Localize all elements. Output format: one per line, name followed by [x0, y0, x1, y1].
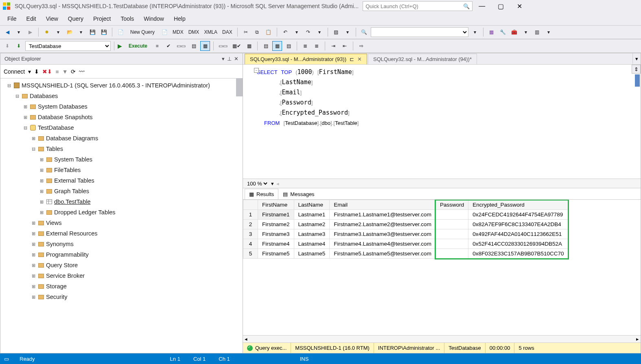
cell[interactable]: Lastname5 [294, 249, 330, 259]
cell[interactable]: Firstname1.Lastname1@testserver.com [330, 210, 436, 220]
new-item-button[interactable]: ✸ [42, 27, 52, 37]
settings-button[interactable]: 🔧 [498, 27, 508, 37]
menu-edit[interactable]: Edit [22, 14, 40, 24]
cell[interactable]: Firstname2 [258, 220, 294, 229]
expand-toggle[interactable]: ⊞ [39, 168, 44, 173]
stop-button[interactable]: ■ [152, 41, 162, 51]
tree-node-synonyms[interactable]: ⊞Synonyms [0, 239, 243, 249]
column-header-encrypted_password[interactable]: Encrypted_Password [468, 200, 568, 210]
expand-toggle[interactable]: ⊟ [6, 83, 12, 88]
outdent-button[interactable]: ⇤ [340, 41, 350, 51]
dax-button[interactable]: DAX [221, 27, 234, 37]
pane-pin-button[interactable]: ⊥ [227, 56, 232, 62]
results-grid-button[interactable]: ▦ [272, 41, 282, 51]
tree-node-views[interactable]: ⊞Views [0, 218, 243, 228]
table-row[interactable]: 3Firstname3Lastname3Firstname3.Lastname3… [243, 229, 569, 239]
expand-toggle[interactable]: ⊞ [31, 231, 36, 236]
expand-toggle[interactable]: ⊞ [39, 199, 44, 205]
tree-node-exttables[interactable]: ⊞External Tables [0, 175, 243, 186]
tree-node-qstore[interactable]: ⊞Query Store [0, 260, 243, 270]
column-header-firstname[interactable]: FirstName [258, 200, 294, 210]
expand-toggle[interactable]: ⊟ [22, 125, 28, 131]
save-all-button[interactable]: 💾 [99, 27, 109, 37]
filter-icon[interactable]: ▼ [62, 68, 68, 75]
pin-icon[interactable]: ⊏ [350, 56, 354, 62]
tree-node-testtable[interactable]: ⊞dbo.TestTable [0, 196, 243, 207]
cell[interactable] [435, 229, 468, 239]
table-row[interactable]: 2Firstname2Lastname2Firstname2.Lastname2… [243, 220, 569, 229]
execute-button[interactable]: Execute [125, 41, 151, 51]
new-item-dropdown[interactable]: ▾ [53, 27, 63, 37]
cell[interactable]: Firstname5.Lastname5@testserver.com [330, 249, 436, 259]
tree-node-graphtables[interactable]: ⊞Graph Tables [0, 186, 243, 196]
change-connection-button[interactable]: ⬇ [14, 41, 24, 51]
pane-dropdown-button[interactable]: ▾ [222, 56, 225, 62]
expand-toggle[interactable]: ⊞ [31, 242, 36, 247]
include-stats-button[interactable]: ▦✔ [231, 41, 243, 51]
save-button[interactable]: 💾 [88, 27, 97, 37]
table-row[interactable]: 1Firstname1Lastname1Firstname1.Lastname1… [243, 210, 569, 220]
undo-button[interactable]: ↶ [280, 27, 290, 37]
include-actual-plan-button[interactable]: ▭▭ [217, 41, 229, 51]
expand-toggle[interactable]: ⊞ [22, 115, 28, 120]
editor-split-button[interactable]: ⇕ [632, 65, 641, 74]
row-number[interactable]: 5 [243, 249, 258, 259]
messages-tab[interactable]: ▤Messages [278, 189, 319, 199]
editor-scrollbar[interactable] [635, 74, 640, 172]
expand-toggle[interactable]: ⊟ [31, 146, 36, 152]
tree-node-server[interactable]: ⊟MSSQLNSHIELD-1 (SQL Server 16.0.4065.3 … [0, 80, 243, 91]
tree-node-snapshots[interactable]: ⊞Database Snapshots [0, 112, 243, 122]
expand-toggle[interactable]: ⊟ [14, 94, 20, 99]
scroll-left-button[interactable]: ◂ [245, 336, 247, 342]
editor-tab-0[interactable]: SQLQuery33.sql - M...Administrator (93))… [245, 54, 367, 64]
parse-button[interactable]: ✔ [164, 41, 173, 51]
zoom-selector[interactable]: 100 % [245, 180, 269, 187]
specify-values-button[interactable]: ⇨ [357, 41, 366, 51]
menu-help[interactable]: Help [170, 14, 190, 24]
activity-button[interactable]: 〰 [79, 68, 85, 75]
column-header-password[interactable]: Password [435, 200, 468, 210]
cell[interactable]: Firstname3.Lastname3@testserver.com [330, 229, 436, 239]
cell[interactable]: 0x492FAF44D2A0140C1123662E51 [468, 229, 568, 239]
cell[interactable]: Firstname4.Lastname4@testserver.com [330, 239, 436, 249]
results-text-button[interactable]: ▤ [261, 41, 271, 51]
results-to-grid-button[interactable]: ▦ [200, 41, 210, 51]
menu-tools[interactable]: Tools [116, 14, 138, 24]
results-hscrollbar[interactable]: ◂ ▸ [243, 335, 641, 342]
expand-toggle[interactable]: ⊞ [31, 136, 36, 141]
tree-node-security[interactable]: ⊞Security [0, 292, 243, 302]
expand-toggle[interactable]: ⊞ [31, 294, 36, 300]
row-number[interactable]: 1 [243, 210, 258, 220]
tree-node-filetables[interactable]: ⊞FileTables [0, 165, 243, 175]
database-selector[interactable]: TestDatabase [25, 41, 111, 51]
tree-node-extres[interactable]: ⊞External Resources [0, 228, 243, 239]
cell[interactable]: 0x24FCEDC4192644F4754EA97789 [468, 210, 568, 220]
expand-toggle[interactable]: ⊞ [31, 263, 36, 268]
cell[interactable]: 0x8F032E33C157AB9B07B510CC70 [468, 249, 568, 259]
extensions-button[interactable]: ▦ [487, 27, 497, 37]
tree-node-testdb[interactable]: ⊟TestDatabase [0, 122, 243, 133]
menu-project[interactable]: Project [89, 14, 115, 24]
tree-node-broker[interactable]: ⊞Service Broker [0, 270, 243, 281]
results-grid-wrap[interactable]: FirstNameLastNameEmailPasswordEncrypted_… [243, 200, 641, 335]
open-folder-dropdown[interactable]: ▾ [76, 27, 86, 37]
maximize-button[interactable]: ▢ [491, 0, 510, 12]
properties-button[interactable]: ▨ [331, 27, 341, 37]
redo-button[interactable]: ↷ [303, 27, 313, 37]
expand-toggle[interactable]: ⊞ [31, 220, 36, 226]
dmx-button[interactable]: DMX [187, 27, 201, 37]
find-combo[interactable] [371, 27, 468, 37]
redo-dropdown[interactable]: ▾ [315, 27, 324, 37]
row-number[interactable]: 2 [243, 220, 258, 229]
nav-back-dropdown[interactable]: ▾ [14, 27, 24, 37]
display-plan-button[interactable]: ▭▭ [175, 41, 187, 51]
sql-editor[interactable]: − SELECT TOP (1000) [FirstName] ,[LastNa… [243, 65, 641, 179]
window-layout-dropdown[interactable]: ▾ [544, 27, 553, 37]
expand-toggle[interactable]: ⊞ [31, 284, 36, 289]
cell[interactable]: Firstname1 [258, 210, 294, 220]
row-number[interactable]: 3 [243, 229, 258, 239]
tree-node-tables[interactable]: ⊟Tables [0, 144, 243, 154]
tab-close-button[interactable]: ✕ [357, 56, 362, 62]
expand-toggle[interactable]: ⊞ [39, 157, 44, 162]
connect-label[interactable]: Connect [4, 68, 25, 75]
